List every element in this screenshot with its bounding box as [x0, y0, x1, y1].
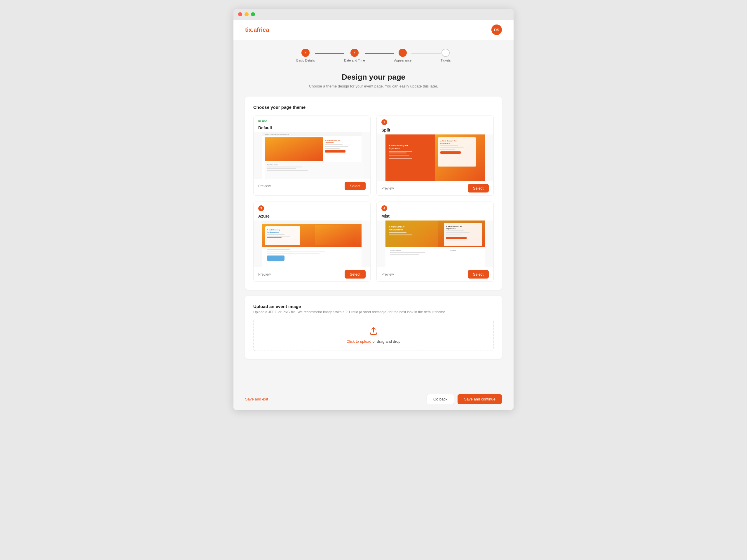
step-label-appearance: Appearance	[394, 59, 411, 62]
step-appearance: Appearance	[394, 49, 411, 62]
svg-rect-49	[385, 220, 438, 247]
svg-rect-39	[267, 236, 290, 237]
step-line-3	[411, 53, 441, 54]
stepper: Basic Details Date and Time Appearance	[245, 49, 502, 62]
preview-link-default[interactable]: Preview	[258, 184, 271, 188]
svg-text:A Multi-Sensory Art: A Multi-Sensory Art	[389, 144, 408, 147]
theme-preview-default-svg: A Multi-Sensory Art Experience	[254, 132, 370, 179]
svg-rect-30	[440, 149, 455, 150]
page-title: Design your page	[245, 73, 502, 82]
preview-link-split[interactable]: Preview	[381, 186, 394, 190]
svg-rect-28	[440, 145, 458, 146]
theme-header-mist: 4	[377, 202, 493, 213]
step-tickets: Tickets	[441, 49, 450, 62]
theme-preview-mist-svg: A Multi-Sensory Art Experience A Multi-S…	[377, 220, 493, 267]
step-circle-appearance	[398, 49, 407, 57]
svg-rect-53	[389, 235, 412, 235]
theme-item-azure: 3 Azure	[253, 202, 370, 282]
save-exit-button[interactable]: Save and exit	[245, 397, 268, 401]
svg-text:A Multi-Sensory: A Multi-Sensory	[267, 229, 280, 231]
theme-badge-split: 2	[381, 119, 387, 125]
theme-preview-split-svg: A Multi-Sensory Art Experience A Multi-S…	[377, 134, 493, 181]
svg-text:Experience: Experience	[389, 147, 400, 150]
avatar: DS	[491, 25, 502, 35]
step-label-date-time: Date and Time	[344, 59, 365, 62]
svg-rect-59	[446, 235, 461, 235]
svg-rect-63	[390, 252, 425, 253]
theme-section-title: Choose your page theme	[253, 105, 494, 110]
svg-rect-4	[265, 137, 323, 161]
browser-titlebar	[233, 9, 514, 20]
browser-dot-close[interactable]	[238, 12, 242, 16]
svg-text:Experience: Experience	[446, 228, 456, 230]
logo: tix.africa	[245, 27, 269, 33]
svg-rect-46	[267, 256, 284, 261]
theme-name-mist: Mist	[381, 214, 390, 218]
theme-badge-mist: 4	[381, 205, 387, 211]
theme-preview-mist: A Multi-Sensory Art Experience A Multi-S…	[377, 220, 493, 267]
browser-dot-minimize[interactable]	[244, 12, 249, 16]
preview-link-azure[interactable]: Preview	[258, 272, 271, 276]
theme-name-azure: Azure	[258, 214, 269, 218]
page-subtitle: Choose a theme design for your event pag…	[245, 84, 502, 88]
svg-text:A Multi-Sensory Art: A Multi-Sensory Art	[440, 140, 457, 142]
page-footer: Save and exit Go back Save and continue	[233, 388, 514, 410]
theme-badge-azure: 3	[258, 205, 264, 211]
svg-text:A Multi-Sensory Art: A Multi-Sensory Art	[446, 225, 463, 227]
page-title-section: Design your page Choose a theme design f…	[245, 73, 502, 88]
svg-text:A Multi-Sensory Art Experience: A Multi-Sensory Art Experience	[265, 134, 289, 135]
upload-title: Upload an event image	[253, 304, 494, 309]
theme-name-split: Split	[381, 128, 390, 132]
step-date-time: Date and Time	[344, 49, 365, 62]
step-circle-tickets	[441, 49, 450, 57]
svg-rect-52	[389, 232, 407, 233]
step-circle-basic-details	[302, 49, 310, 57]
svg-text:A Multi-Sensory Art: A Multi-Sensory Art	[325, 139, 340, 141]
svg-rect-9	[325, 146, 349, 147]
main-content: Basic Details Date and Time Appearance	[233, 40, 514, 388]
svg-rect-23	[389, 156, 409, 156]
svg-rect-31	[440, 151, 461, 154]
browser-window: tix.africa DS Basic Details	[233, 9, 514, 410]
select-button-azure[interactable]: Select	[344, 270, 366, 278]
svg-rect-43	[267, 249, 290, 250]
select-button-default[interactable]: Select	[344, 182, 366, 190]
step-line-1	[315, 53, 344, 54]
upload-text-rest: or drag and drop	[371, 339, 401, 344]
go-back-button[interactable]: Go back	[427, 394, 454, 404]
theme-grid: In use Default A Multi-Sensory Art Ex	[253, 115, 494, 282]
browser-dot-maximize[interactable]	[251, 12, 255, 16]
svg-text:A Multi-Sensory: A Multi-Sensory	[389, 226, 405, 228]
select-button-mist[interactable]: Select	[468, 270, 489, 278]
upload-link[interactable]: Click to upload	[346, 339, 371, 344]
upload-subtitle: Upload a JPEG or PNG file. We recommend …	[253, 310, 494, 314]
theme-name-default: Default	[258, 126, 272, 130]
svg-rect-14	[267, 166, 302, 167]
step-line-2	[365, 53, 394, 54]
svg-text:Directions: Directions	[450, 249, 456, 251]
step-circle-date-time	[351, 49, 359, 57]
theme-card: Choose your page theme In use Default	[245, 97, 502, 290]
svg-rect-44	[267, 251, 325, 252]
svg-rect-58	[446, 232, 469, 233]
save-continue-button[interactable]: Save and continue	[458, 394, 502, 404]
theme-preview-azure-svg: A Multi-Sensory Art Experience	[254, 220, 370, 267]
svg-rect-29	[440, 147, 464, 148]
step-label-tickets: Tickets	[441, 59, 450, 62]
svg-text:Art Experience: Art Experience	[389, 229, 404, 231]
theme-preview-split: A Multi-Sensory Art Experience A Multi-S…	[377, 134, 493, 181]
select-button-split[interactable]: Select	[468, 184, 489, 192]
svg-rect-38	[267, 234, 284, 235]
upload-dropzone[interactable]: Click to upload or drag and drop	[253, 319, 494, 351]
svg-text:About this event: About this event	[390, 249, 401, 251]
theme-header-azure: 3	[254, 202, 370, 213]
upload-text: Click to upload or drag and drop	[346, 339, 400, 344]
svg-rect-41	[315, 225, 356, 245]
theme-item-mist: 4 Mist	[377, 202, 494, 282]
preview-link-mist[interactable]: Preview	[381, 272, 394, 276]
svg-rect-15	[267, 168, 296, 169]
theme-footer-split: Preview Select	[377, 181, 493, 195]
svg-rect-40	[267, 237, 282, 238]
upload-card: Upload an event image Upload a JPEG or P…	[245, 296, 502, 359]
svg-rect-11	[325, 150, 345, 153]
